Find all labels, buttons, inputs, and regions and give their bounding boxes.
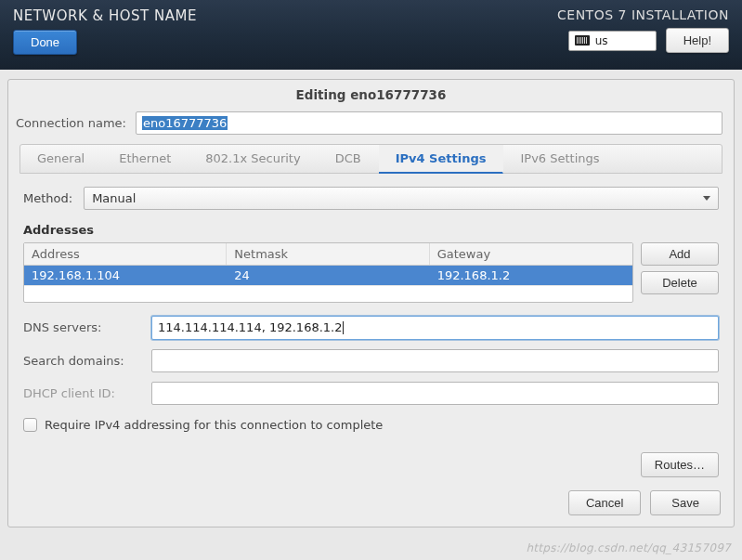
require-ipv4-label: Require IPv4 addressing for this connect… bbox=[45, 418, 383, 432]
search-domains-input[interactable] bbox=[151, 349, 719, 372]
col-gateway: Gateway bbox=[430, 243, 632, 265]
addresses-table[interactable]: Address Netmask Gateway 192.168.1.104 24… bbox=[23, 242, 633, 303]
done-button[interactable]: Done bbox=[13, 30, 77, 55]
dns-servers-label: DNS servers: bbox=[23, 320, 144, 334]
keyboard-layout-indicator[interactable]: us bbox=[568, 31, 657, 51]
page-title: NETWORK & HOST NAME bbox=[13, 7, 197, 24]
keyboard-layout-label: us bbox=[595, 34, 608, 47]
cell-netmask: 24 bbox=[227, 266, 429, 285]
tab-dcb[interactable]: DCB bbox=[319, 145, 379, 173]
help-button[interactable]: Help! bbox=[666, 28, 729, 53]
col-netmask: Netmask bbox=[227, 243, 429, 265]
tab-ipv4[interactable]: IPv4 Settings bbox=[379, 145, 504, 174]
watermark: https://blog.csdn.net/qq_43157097 bbox=[526, 541, 731, 554]
search-domains-label: Search domains: bbox=[23, 354, 144, 368]
method-label: Method: bbox=[23, 191, 72, 205]
installer-topbar: NETWORK & HOST NAME Done CENTOS 7 INSTAL… bbox=[0, 0, 742, 70]
text-cursor bbox=[343, 321, 344, 334]
dialog-title: Editing eno16777736 bbox=[8, 80, 734, 111]
routes-button[interactable]: Routes… bbox=[641, 452, 719, 477]
delete-button[interactable]: Delete bbox=[641, 271, 719, 294]
topbar-left: NETWORK & HOST NAME Done bbox=[13, 7, 197, 60]
connection-name-input[interactable]: eno16777736 bbox=[136, 111, 722, 135]
method-value: Manual bbox=[92, 191, 136, 205]
require-ipv4-checkbox[interactable] bbox=[23, 418, 37, 432]
settings-tabs: General Ethernet 802.1x Security DCB IPv… bbox=[20, 144, 722, 174]
tab-ethernet[interactable]: Ethernet bbox=[102, 145, 189, 173]
connection-name-label: Connection name: bbox=[16, 116, 126, 130]
topbar-right: CENTOS 7 INSTALLATION us Help! bbox=[557, 7, 729, 60]
install-title: CENTOS 7 INSTALLATION bbox=[557, 7, 729, 22]
table-row[interactable]: 192.168.1.104 24 192.168.1.2 bbox=[24, 266, 632, 285]
addresses-header: Address Netmask Gateway bbox=[24, 243, 632, 266]
chevron-down-icon bbox=[703, 196, 710, 201]
edit-connection-dialog: Editing eno16777736 Connection name: eno… bbox=[7, 79, 735, 527]
col-address: Address bbox=[24, 243, 227, 265]
tab-8021x[interactable]: 802.1x Security bbox=[189, 145, 318, 173]
table-empty-row[interactable] bbox=[24, 285, 632, 302]
add-button[interactable]: Add bbox=[641, 242, 719, 266]
keyboard-icon bbox=[575, 35, 590, 46]
cancel-button[interactable]: Cancel bbox=[568, 490, 641, 515]
dns-servers-input[interactable]: 114.114.114.114, 192.168.1.2 bbox=[151, 316, 719, 340]
cell-address: 192.168.1.104 bbox=[24, 266, 227, 285]
save-button[interactable]: Save bbox=[650, 490, 721, 515]
cell-gateway: 192.168.1.2 bbox=[430, 266, 632, 285]
dhcp-client-id-label: DHCP client ID: bbox=[23, 386, 144, 400]
dhcp-client-id-input[interactable] bbox=[151, 382, 719, 405]
addresses-label: Addresses bbox=[23, 223, 719, 237]
method-select[interactable]: Manual bbox=[84, 187, 719, 210]
ipv4-settings-panel: Method: Manual Addresses Address Netmask… bbox=[20, 174, 722, 477]
tab-ipv6[interactable]: IPv6 Settings bbox=[503, 145, 617, 173]
tab-general[interactable]: General bbox=[20, 145, 102, 173]
